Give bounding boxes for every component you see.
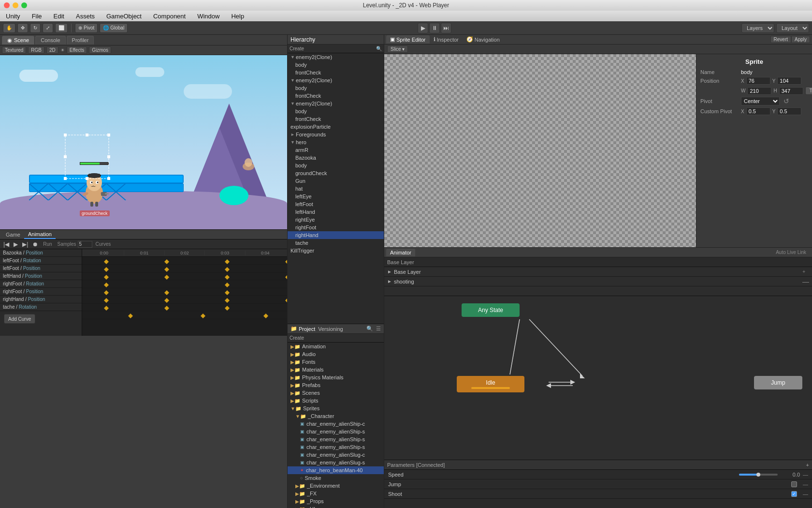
track-rightfoot-position[interactable]: rightFoot / Position [0,288,82,296]
p-physics-materials[interactable]: ▶📁Physics Materials [288,374,384,381]
tab-animator[interactable]: Animator [386,249,415,256]
hierarchy-create-btn[interactable]: Create [290,46,304,51]
h-killtrigger[interactable]: KillTrigger [288,247,384,254]
revert-btn[interactable]: Revert [770,36,791,43]
h-body-hero[interactable]: body [288,162,384,169]
p-fx[interactable]: ▶📁_FX [288,490,384,497]
rect-tool[interactable]: ⬜ [55,23,68,33]
pos-x-input[interactable] [746,77,770,85]
gizmos-btn[interactable]: Gizmos [89,46,111,54]
animator-graph[interactable]: Any State Idle Jump [384,296,812,460]
pos-y-input[interactable] [777,77,801,85]
h-groundcheck[interactable]: groundCheck [288,169,384,177]
p-hero-beanman[interactable]: ✦ char_hero_beanMan-40 [288,466,384,474]
menu-component[interactable]: Component [151,12,188,21]
p-fonts[interactable]: ▶📁Fonts [288,358,384,366]
versioning-tab[interactable]: Versioning [318,326,343,332]
custom-pivot-y[interactable] [777,107,801,115]
p-scripts[interactable]: ▶📁Scripts [288,397,384,404]
menu-gameobject[interactable]: GameObject [104,12,144,21]
h-enemy2-3[interactable]: ▼enemy2(Clone) [288,100,384,107]
p-animation[interactable]: ▶📁Animation [288,343,384,350]
h-body-3[interactable]: body [288,107,384,115]
track-leftfoot-rotation[interactable]: leftFoot / Rotation [0,257,82,265]
menu-assets[interactable]: Assets [74,12,97,21]
tab-scene[interactable]: ◉ Scene [2,36,34,45]
h-body-1[interactable]: body [288,61,384,69]
h-body-2[interactable]: body [288,84,384,92]
menu-help[interactable]: Help [229,12,246,21]
apply-btn[interactable]: Apply [791,36,810,43]
menu-edit[interactable]: Edit [52,12,66,21]
maximize-button[interactable] [21,2,27,8]
step-button[interactable]: ⏭ [441,23,451,33]
p-sprites[interactable]: ▼📁Sprites [288,404,384,412]
tab-navigation[interactable]: 🧭 Navigation [463,35,504,44]
project-tab[interactable]: 📁 Project [290,326,315,332]
h-righteye[interactable]: rightEye [288,216,384,224]
param-shoot-checkbox[interactable]: ✓ [791,491,797,497]
sprite-canvas[interactable] [384,54,696,247]
p-alienship-4[interactable]: ▣ char_enemy_alienShip-s [288,443,384,451]
p-props[interactable]: ▶📁_Props [288,497,384,505]
layer-base-arrow[interactable]: ► [387,269,392,274]
track-lefthand-position[interactable]: leftHand / Position [0,272,82,280]
p-alienship-2[interactable]: ▣ char_enemy_alienShip-s [288,428,384,435]
anim-next-keyframe[interactable]: ▶| [21,241,29,248]
layer-shooting-minus[interactable]: — [802,278,809,285]
p-ui[interactable]: ▶📁_UI [288,505,384,508]
state-idle[interactable]: Idle [457,376,524,392]
height-input[interactable] [779,87,803,95]
track-tache-rotation[interactable]: tache / Rotation [0,303,82,311]
pivot-select[interactable]: Center [741,97,780,105]
project-search-icon[interactable]: 🔍 [366,326,373,332]
tab-console[interactable]: Console [35,36,65,45]
h-gun[interactable]: Gun [288,177,384,185]
layer-shooting-row[interactable]: ► shooting — [384,277,812,286]
close-button[interactable] [4,2,10,8]
param-speed-slider-container[interactable] [739,474,778,476]
track-rightfoot-rotation[interactable]: rightFoot / Rotation [0,280,82,288]
slice-btn[interactable]: Slice ▾ [387,45,408,53]
pause-button[interactable]: ⏸ [429,23,440,33]
h-enemy2-1[interactable]: ▼enemy2(Clone) [288,53,384,61]
tab-sprite-editor[interactable]: ▣ Sprite Editor [386,35,430,44]
custom-pivot-x[interactable] [746,107,770,115]
anim-play-btn[interactable]: ▶ [12,241,19,248]
lighting-icon[interactable]: ☀ [60,47,65,53]
effects-btn[interactable]: Effects [67,46,87,54]
tab-profiler[interactable]: Profiler [67,36,94,45]
param-speed-slider[interactable] [739,474,778,476]
h-explosion-particle[interactable]: explosionParticle [288,123,384,131]
layers-plus-icon[interactable]: + [802,269,805,274]
project-menu-icon[interactable]: ☰ [376,326,381,332]
width-input[interactable] [747,87,771,95]
pivot-reset-icon[interactable]: ↺ [783,97,789,105]
h-frontcheck-1[interactable]: frontCheck [288,69,384,76]
p-audio[interactable]: ▶📁Audio [288,350,384,358]
p-smoke[interactable]: ○ Smoke [288,474,384,482]
h-lefthand[interactable]: leftHand [288,208,384,216]
rgb-btn[interactable]: RGB [28,46,44,54]
p-alienship-3[interactable]: ▣ char_enemy_alienShip-s [288,435,384,443]
track-righthand-position[interactable]: rightHand / Position [0,296,82,303]
h-frontcheck-3[interactable]: frontCheck [288,115,384,123]
p-environment[interactable]: ▶📁_Environment [288,482,384,490]
rotate-tool[interactable]: ↻ [30,23,41,33]
param-jump-minus[interactable]: — [803,481,808,487]
track-leftfoot-position[interactable]: leftFoot / Position [0,265,82,272]
p-alienslug-1[interactable]: ▣ char_enemy_alienSlug-c [288,451,384,459]
h-rightfoot[interactable]: rightFoot [288,224,384,231]
params-add-icon[interactable]: + [806,462,809,468]
p-materials[interactable]: ▶📁Materials [288,366,384,374]
param-speed-minus[interactable]: — [803,472,808,478]
menu-window[interactable]: Window [195,12,221,21]
h-frontcheck-2[interactable]: frontCheck [288,92,384,100]
state-any[interactable]: Any State [462,303,520,317]
hand-tool[interactable]: ✋ [3,23,15,33]
anim-prev-keyframe[interactable]: |◀ [2,241,11,248]
h-armr[interactable]: armR [288,146,384,154]
param-jump-checkbox[interactable] [791,481,797,487]
samples-input[interactable] [78,241,92,248]
play-button[interactable]: ▶ [418,23,428,33]
